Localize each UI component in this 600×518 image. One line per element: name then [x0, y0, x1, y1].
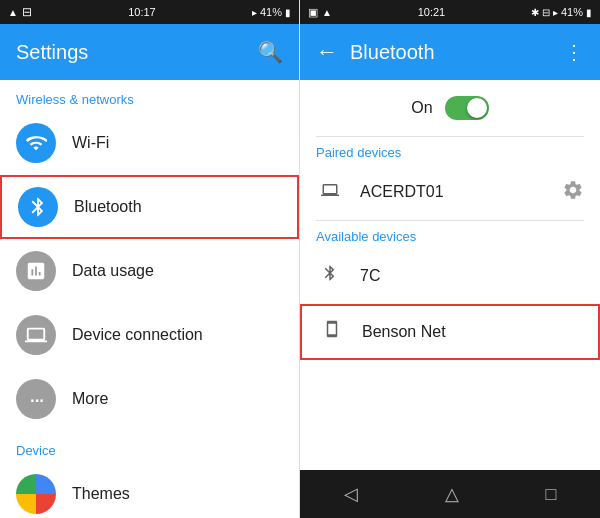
- right-home-nav[interactable]: △: [429, 475, 475, 513]
- acerdt-settings-icon[interactable]: [562, 179, 584, 206]
- themes-item[interactable]: Themes: [0, 462, 299, 518]
- more-options-icon[interactable]: ⋮: [564, 40, 584, 64]
- left-toolbar-title: Settings: [16, 41, 258, 64]
- left-wifi-status-icon: ▸: [252, 7, 257, 18]
- bluetooth-toggle-label: On: [411, 99, 432, 117]
- right-toolbar: ← Bluetooth ⋮: [300, 24, 600, 80]
- right-battery-icon: ▮: [586, 7, 592, 18]
- left-status-right: ▸ 41% ▮: [252, 6, 291, 18]
- more-icon: ···: [16, 379, 56, 419]
- benson-net-device-row[interactable]: Benson Net: [300, 304, 600, 360]
- data-usage-icon: [16, 251, 56, 291]
- right-bottom-nav: ◁ △ □: [300, 470, 600, 518]
- right-bt-status-icon: ✱: [531, 7, 539, 18]
- left-signal-icon: ⊟: [22, 5, 32, 19]
- acerdt-device-row[interactable]: ACERDT01: [300, 164, 600, 220]
- left-toolbar: Settings 🔍: [0, 24, 299, 80]
- right-status-right: ✱ ⊟ ▸ 41% ▮: [531, 6, 592, 18]
- 7c-bt-icon: [316, 262, 344, 290]
- left-battery-icon: ▮: [285, 7, 291, 18]
- 7c-device-row[interactable]: 7C: [300, 248, 600, 304]
- device-connection-icon: [16, 315, 56, 355]
- benson-phone-icon: [318, 318, 346, 346]
- back-button[interactable]: ←: [316, 39, 338, 65]
- device-connection-label: Device connection: [72, 326, 283, 344]
- right-status-left: ▣ ▲: [308, 6, 332, 19]
- right-wifi-icon: ▸: [553, 7, 558, 18]
- wifi-icon: [16, 123, 56, 163]
- paired-devices-label: Paired devices: [300, 137, 600, 164]
- more-label: More: [72, 390, 283, 408]
- bluetooth-label: Bluetooth: [74, 198, 281, 216]
- left-search-icon[interactable]: 🔍: [258, 40, 283, 64]
- wifi-item[interactable]: Wi-Fi: [0, 111, 299, 175]
- right-signal1-icon: ▣: [308, 6, 318, 19]
- right-time: 10:21: [418, 6, 446, 18]
- benson-net-name: Benson Net: [362, 323, 582, 341]
- right-triangle-icon: ▲: [322, 7, 332, 18]
- left-panel: ▲ ⊟ 10:17 ▸ 41% ▮ Settings 🔍 Wireless & …: [0, 0, 300, 518]
- monitor-icon: [316, 179, 344, 205]
- data-usage-label: Data usage: [72, 262, 283, 280]
- bluetooth-toggle-row: On: [300, 80, 600, 136]
- device-section-header: Device: [0, 431, 299, 462]
- themes-label: Themes: [72, 485, 283, 503]
- 7c-name: 7C: [360, 267, 584, 285]
- left-triangle-icon: ▲: [8, 7, 18, 18]
- left-battery-text: 41%: [260, 6, 282, 18]
- acerdt-name: ACERDT01: [360, 183, 562, 201]
- right-status-bar: ▣ ▲ 10:21 ✱ ⊟ ▸ 41% ▮: [300, 0, 600, 24]
- wifi-label: Wi-Fi: [72, 134, 283, 152]
- right-back-nav[interactable]: ◁: [328, 475, 374, 513]
- available-devices-label: Available devices: [300, 221, 600, 248]
- data-usage-item[interactable]: Data usage: [0, 239, 299, 303]
- right-panel: ▣ ▲ 10:21 ✱ ⊟ ▸ 41% ▮ ← Bluetooth ⋮ On P…: [300, 0, 600, 518]
- themes-icon: [16, 474, 56, 514]
- bluetooth-toggle-switch[interactable]: [445, 96, 489, 120]
- right-battery-text: 41%: [561, 6, 583, 18]
- more-item[interactable]: ··· More: [0, 367, 299, 431]
- right-signal2-icon: ⊟: [542, 7, 550, 18]
- right-recents-nav[interactable]: □: [530, 476, 573, 513]
- wireless-section-header: Wireless & networks: [0, 80, 299, 111]
- left-time: 10:17: [128, 6, 156, 18]
- left-status-left: ▲ ⊟: [8, 5, 32, 19]
- device-connection-item[interactable]: Device connection: [0, 303, 299, 367]
- bluetooth-item[interactable]: Bluetooth: [0, 175, 299, 239]
- left-status-bar: ▲ ⊟ 10:17 ▸ 41% ▮: [0, 0, 299, 24]
- bluetooth-icon: [18, 187, 58, 227]
- right-toolbar-title: Bluetooth: [350, 41, 564, 64]
